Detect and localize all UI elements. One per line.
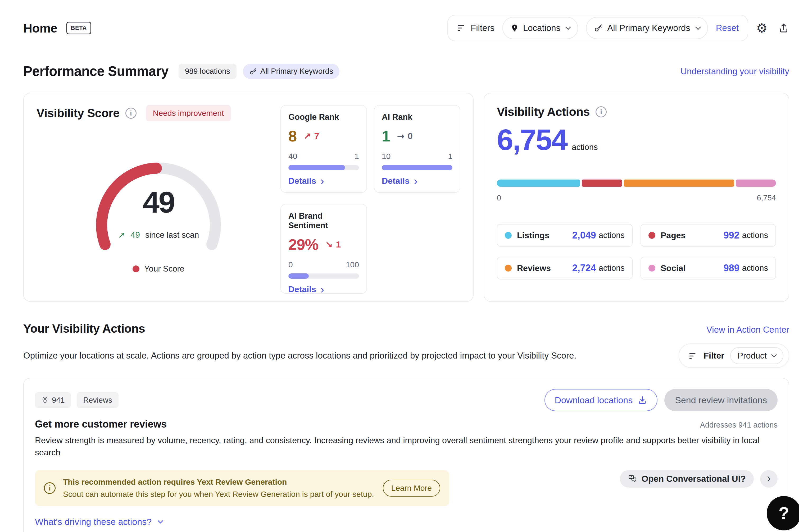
details-label: Details [289,285,316,294]
learn-more-button[interactable]: Learn More [383,480,440,497]
legend-dot [133,265,140,272]
action-type-grid: Listings 2,049 actions Pages 992 actions… [497,224,776,280]
chevron-down-icon [565,24,571,30]
reviews-dot [505,265,512,271]
sentiment-scale: 0 100 [289,260,359,269]
locations-count-chip: 989 locations [179,64,237,79]
ai-brand-sentiment-title: AI Brand Sentiment [289,211,359,230]
action-card-description: Review strength is measured by volume, r… [35,434,778,458]
google-rank-details-link[interactable]: Details › [289,176,324,186]
chevron-right-button[interactable]: › [760,470,778,488]
whats-driving-link[interactable]: What's driving these actions? [35,517,163,527]
listings-count: 2,049 [572,230,596,241]
info-icon[interactable]: i [125,108,136,119]
google-rank-delta-value: 7 [314,131,319,141]
locations-count-chip: 941 [35,392,71,408]
pages-dot [648,232,655,239]
ai-rank-details-link[interactable]: Details › [382,176,417,186]
bar-min-label: 0 [497,193,501,202]
send-review-invitations-button[interactable]: Send review invitations [664,389,778,411]
locations-label: Locations [523,23,560,33]
scale-max: 100 [346,260,359,269]
reviews-row: Reviews 2,724 actions [497,257,633,280]
google-rank-card: Google Rank 8 ↗ 7 40 1 Details [280,105,367,193]
open-conversational-ui-button[interactable]: ? Open Conversational UI? [620,470,754,488]
social-label: Social [661,263,686,273]
help-button[interactable]: ? [767,496,799,530]
notice-row: i This recommended action requires Yext … [35,470,778,506]
view-in-action-center-link[interactable]: View in Action Center [706,325,789,335]
info-icon: i [44,482,56,494]
notice-body: Scout can automate this step for you whe… [63,490,374,499]
actions-total-suffix: actions [572,142,598,155]
filters-button[interactable]: Filters [457,23,495,33]
yext-requirement-notice: i This recommended action requires Yext … [35,470,449,506]
listings-dot [505,232,512,239]
download-locations-button[interactable]: Download locations [544,389,657,411]
details-label: Details [382,176,410,186]
reviews-count: 2,724 [572,263,596,274]
gauge-legend: Your Score [37,264,280,274]
sentiment-value-row: 29% ↘ 1 [289,235,359,253]
action-card-title: Get more customer reviews [35,419,167,430]
scale-max: 1 [448,152,452,161]
actions-filter-button[interactable]: Filter Product [679,343,789,368]
filter-product-dropdown[interactable]: Product [730,347,783,364]
export-icon[interactable] [778,22,789,34]
legend-label: Your Score [144,264,184,274]
addresses-count-label: Addresses 941 actions [700,421,778,430]
chat-bubbles-icon: ? [628,474,637,483]
trend-down-icon: ↘ [325,239,333,250]
google-rank-value-row: 8 ↗ 7 [289,127,359,145]
reset-button[interactable]: Reset [716,23,739,33]
chevron-right-icon: › [320,286,324,293]
visibility-score-gauge-panel: Visibility Score i Needs improvement 49 … [37,105,280,289]
conversational-ui-group: ? Open Conversational UI? › [620,470,778,488]
actions-word: actions [742,263,768,273]
your-visibility-actions-title: Your Visibility Actions [23,322,145,336]
sentiment-value: 29% [289,235,318,253]
sentiment-delta: ↘ 1 [325,239,341,250]
actions-word: actions [599,263,625,273]
filter-lines-icon [689,351,698,360]
your-visibility-actions-header: Your Visibility Actions View in Action C… [23,322,789,336]
actions-word: actions [599,231,625,240]
location-pin-icon [510,24,519,32]
gear-icon[interactable]: ⚙ [756,22,767,34]
google-rank-scale: 40 1 [289,152,359,161]
ai-brand-sentiment-card: AI Brand Sentiment 29% ↘ 1 0 100 [280,204,367,294]
pages-row: Pages 992 actions [640,224,776,247]
actions-stacked-bar [497,179,776,187]
understanding-visibility-link[interactable]: Understanding your visibility [681,66,789,76]
scale-min: 40 [289,152,297,161]
send-review-invitations-label: Send review invitations [675,395,767,405]
action-card-title-row: Get more customer reviews Addresses 941 … [35,419,778,430]
filter-lines-icon [457,23,466,33]
action-card-buttons: Download locations Send review invitatio… [544,389,778,411]
scale-max: 1 [354,152,359,161]
locations-dropdown[interactable]: Locations [502,17,578,39]
info-icon[interactable]: i [596,106,607,117]
actions-total: 6,754 [497,125,567,155]
toolbar-icons: ⚙ [756,22,789,34]
ai-rank-delta: → 0 [397,131,412,141]
scale-min: 0 [289,260,293,269]
action-card-chips: 941 Reviews [35,392,118,408]
chevron-down-icon [771,352,777,357]
action-type-chip: Reviews [77,392,118,408]
ai-rank-bar [382,165,452,170]
keywords-dropdown[interactable]: All Primary Keywords [586,17,708,39]
key-icon [594,23,603,33]
keywords-chip-label: All Primary Keywords [260,67,333,76]
score-value: 49 [79,185,238,220]
dashboard-page: Home BETA Filters Locations All Pri [0,0,799,532]
scale-min: 10 [382,152,390,161]
bar-max-label: 6,754 [757,193,776,202]
score-delta-value: 49 [130,230,140,240]
location-pin-icon [41,396,49,404]
reviews-label: Reviews [517,263,551,273]
performance-summary-title: Performance Summary [23,63,169,79]
score-delta-label: since last scan [145,230,199,240]
summary-cards-row: Visibility Score i Needs improvement 49 … [23,93,789,302]
sentiment-details-link[interactable]: Details › [289,285,324,294]
